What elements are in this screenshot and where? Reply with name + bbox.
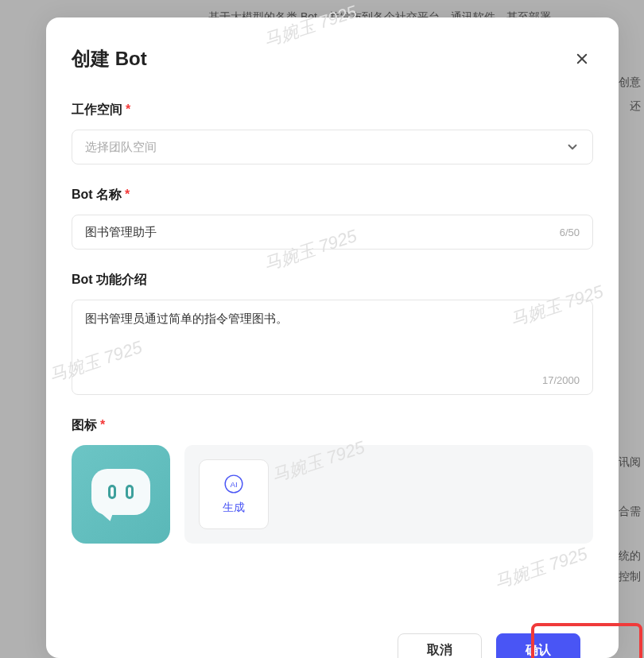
bot-desc-field: Bot 功能介绍 17/2000 — [72, 272, 593, 395]
bot-icon-preview[interactable] — [72, 445, 170, 544]
chat-bubble-icon — [91, 469, 150, 520]
modal-footer-clip: 取消 确认 — [46, 622, 619, 658]
modal-header: 创建 Bot — [72, 46, 593, 72]
close-button[interactable] — [571, 48, 593, 70]
required-mark: * — [100, 418, 105, 432]
bot-name-input-wrapper: 6/50 — [72, 215, 593, 250]
workspace-label: 工作空间* — [72, 102, 593, 118]
bot-desc-textarea[interactable] — [85, 312, 580, 366]
bot-desc-label: Bot 功能介绍 — [72, 272, 593, 288]
bot-name-field: Bot 名称* 6/50 — [72, 187, 593, 250]
modal-footer: 取消 确认 — [46, 622, 619, 658]
ai-generate-label: 生成 — [223, 501, 245, 515]
icon-picker-area: AI 生成 — [184, 445, 593, 544]
bot-name-char-count: 6/50 — [560, 226, 580, 238]
bot-name-input[interactable] — [85, 226, 560, 239]
cancel-button[interactable]: 取消 — [398, 633, 482, 658]
icon-label: 图标* — [72, 417, 593, 434]
bot-desc-textarea-wrapper: 17/2000 — [72, 300, 593, 395]
modal-title: 创建 Bot — [72, 46, 147, 72]
required-mark: * — [126, 103, 130, 116]
chevron-down-icon — [565, 140, 580, 154]
icon-field: 图标* AI 生成 — [72, 417, 593, 544]
confirm-button[interactable]: 确认 — [496, 633, 580, 658]
bot-name-label: Bot 名称* — [72, 187, 593, 203]
ai-icon: AI — [223, 474, 244, 494]
create-bot-modal: 创建 Bot 工作空间* 选择团队空间 Bot 名称* 6/50 Bot 功能 — [46, 17, 619, 658]
workspace-select[interactable]: 选择团队空间 — [72, 130, 593, 164]
workspace-placeholder: 选择团队空间 — [85, 140, 157, 155]
close-icon — [575, 52, 589, 66]
svg-text:AI: AI — [230, 480, 237, 489]
ai-generate-button[interactable]: AI 生成 — [199, 459, 269, 529]
workspace-field: 工作空间* 选择团队空间 — [72, 102, 593, 164]
bot-desc-char-count: 17/2000 — [542, 374, 580, 386]
icon-row: AI 生成 — [72, 445, 593, 544]
required-mark: * — [125, 188, 130, 201]
